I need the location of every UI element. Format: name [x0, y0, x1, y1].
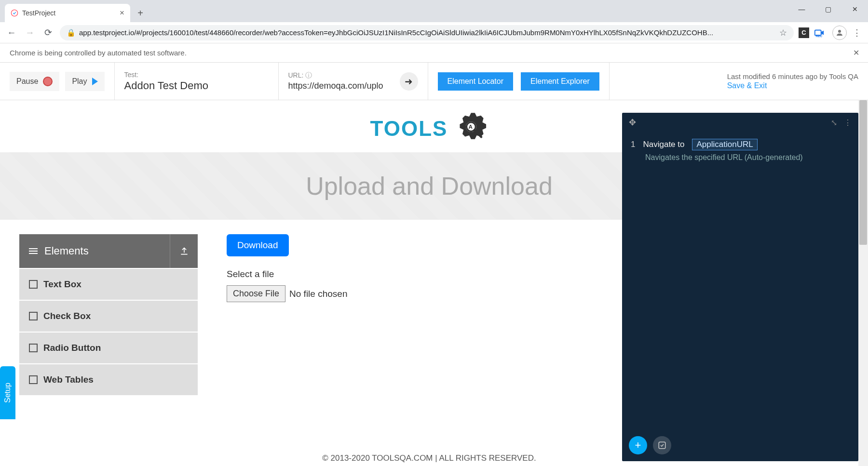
- svg-rect-8: [659, 442, 665, 449]
- sidebar-item-radio[interactable]: Radio Button: [19, 332, 198, 363]
- minimize-button[interactable]: —: [788, 0, 815, 18]
- item-icon: [29, 312, 38, 320]
- sidebar-item-textbox[interactable]: Text Box: [19, 268, 198, 300]
- svg-text:A: A: [469, 123, 473, 130]
- gear-magnify-icon: A: [450, 110, 488, 147]
- drag-move-icon[interactable]: ✥: [629, 117, 636, 128]
- automation-notice: Chrome is being controlled by automated …: [0, 43, 868, 63]
- recorder-step[interactable]: 1 Navigate to ApplicationURL Navigates t…: [622, 132, 858, 169]
- hamburger-icon: [29, 247, 38, 255]
- save-exit-link[interactable]: Save & Exit: [727, 81, 767, 90]
- left-sidebar: Elements Text Box Check Box Radio Button…: [19, 234, 198, 395]
- scrollbar-thumb[interactable]: [859, 100, 867, 245]
- bookmark-star-icon[interactable]: ☆: [779, 27, 787, 38]
- svg-point-3: [838, 30, 841, 33]
- collapse-icon[interactable]: ⤡: [831, 118, 837, 127]
- forward-button[interactable]: →: [23, 26, 37, 40]
- tab-title: TestProject: [22, 9, 55, 17]
- toolsqa-logo[interactable]: TOOLS A: [370, 110, 488, 147]
- choose-file-button[interactable]: Choose File: [227, 285, 285, 302]
- url-section: URL: ⓘ https://demoqa.com/uplo ➜: [279, 63, 428, 100]
- back-button[interactable]: ←: [5, 26, 18, 40]
- validate-button[interactable]: [653, 436, 671, 454]
- browser-tab[interactable]: TestProject ×: [5, 4, 130, 22]
- pause-button[interactable]: Pause: [10, 72, 59, 91]
- sidebar-header-label: Elements: [44, 245, 89, 257]
- recorder-header[interactable]: ✥ ⤡ ⋮: [622, 113, 858, 132]
- sidebar-header[interactable]: Elements: [19, 234, 198, 268]
- url-text: app.testproject.io/#/projects/160010/tes…: [79, 28, 774, 37]
- file-status: No file chosen: [289, 289, 347, 299]
- step-action: Navigate to: [643, 140, 684, 149]
- recorder-panel: ✥ ⤡ ⋮ 1 Navigate to ApplicationURL Navig…: [622, 113, 858, 461]
- lock-icon: 🔒: [67, 28, 74, 37]
- step-description: Navigates the specified URL (Auto-genera…: [645, 153, 850, 162]
- recorder-menu-icon[interactable]: ⋮: [844, 118, 852, 127]
- url-value: https://demoqa.com/uplo: [288, 81, 393, 91]
- sidebar-item-checkbox[interactable]: Check Box: [19, 300, 198, 332]
- record-indicator-icon: [43, 77, 53, 86]
- add-step-button[interactable]: +: [629, 436, 647, 454]
- info-icon: ⓘ: [305, 71, 312, 79]
- step-number: 1: [631, 140, 635, 149]
- close-tab-icon[interactable]: ×: [120, 8, 124, 18]
- element-locator-button[interactable]: Element Locator: [438, 72, 514, 91]
- browser-tab-strip: TestProject × + — ▢ ✕: [0, 0, 868, 22]
- logo-text: TOOLS: [370, 117, 448, 141]
- extension-icons: C REC ⋮: [799, 26, 863, 40]
- last-modified: Last modified 6 minutes ago by Tools QA: [727, 72, 858, 80]
- automation-close-icon[interactable]: ✕: [853, 48, 859, 57]
- sidebar-item-webtables[interactable]: Web Tables: [19, 363, 198, 395]
- test-name-section: Test: Addon Test Demo: [115, 63, 279, 100]
- browser-nav-bar: ← → ⟳ 🔒 app.testproject.io/#/projects/16…: [0, 22, 868, 43]
- page-title: Upload and Download: [306, 172, 553, 200]
- maximize-button[interactable]: ▢: [815, 0, 841, 18]
- meta-section: Last modified 6 minutes ago by Tools QA …: [718, 63, 868, 100]
- window-controls: — ▢ ✕: [788, 0, 868, 18]
- address-bar[interactable]: 🔒 app.testproject.io/#/projects/160010/t…: [60, 25, 794, 40]
- test-label: Test:: [124, 71, 139, 79]
- item-icon: [29, 344, 38, 352]
- test-name: Addon Test Demo: [124, 80, 208, 92]
- recorder-footer: +: [629, 436, 671, 454]
- testproject-favicon: [11, 9, 18, 17]
- setup-side-tab[interactable]: Setup: [0, 366, 15, 419]
- play-button[interactable]: Play: [65, 72, 104, 91]
- upload-icon[interactable]: [170, 234, 198, 268]
- close-window-button[interactable]: ✕: [841, 0, 868, 18]
- testproject-toolbar: Pause Play Test: Addon Test Demo URL: ⓘ …: [0, 63, 868, 100]
- svg-text:REC: REC: [816, 34, 823, 38]
- url-label: URL: ⓘ: [288, 71, 393, 80]
- reload-button[interactable]: ⟳: [41, 26, 55, 40]
- tool-buttons: Element Locator Element Explorer: [428, 63, 610, 100]
- svg-point-0: [11, 10, 17, 16]
- automation-message: Chrome is being controlled by automated …: [10, 49, 187, 57]
- item-icon: [29, 280, 38, 289]
- extension-rec-icon[interactable]: REC: [813, 27, 826, 39]
- new-tab-button[interactable]: +: [133, 6, 148, 20]
- profile-icon[interactable]: [832, 26, 847, 40]
- vertical-scrollbar[interactable]: [858, 100, 868, 466]
- download-button[interactable]: Download: [227, 234, 289, 256]
- browser-menu-button[interactable]: ⋮: [851, 27, 863, 39]
- play-icon: [92, 78, 98, 85]
- item-icon: [29, 375, 38, 384]
- element-explorer-button[interactable]: Element Explorer: [521, 72, 599, 91]
- extension-c-icon[interactable]: C: [799, 27, 809, 38]
- go-button[interactable]: ➜: [400, 72, 418, 91]
- step-param-badge[interactable]: ApplicationURL: [692, 139, 757, 150]
